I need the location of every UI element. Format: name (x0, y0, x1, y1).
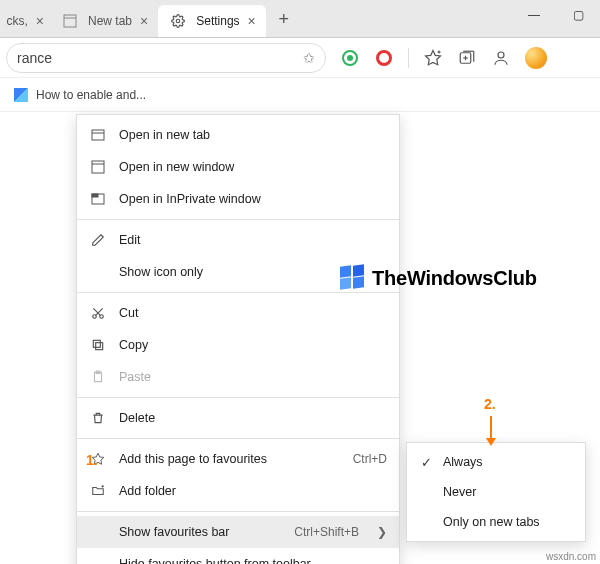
paste-icon (89, 370, 107, 384)
separator (77, 511, 399, 512)
context-menu: Open in new tab Open in new window Open … (76, 114, 400, 564)
submenu-always[interactable]: ✓ Always (407, 447, 585, 477)
bookmark-icon (14, 88, 28, 102)
svg-marker-3 (426, 50, 441, 64)
favorite-star-icon[interactable]: ✩ (303, 50, 315, 66)
minimize-button[interactable]: — (512, 0, 556, 30)
svg-point-2 (176, 19, 180, 23)
menu-copy[interactable]: Copy (77, 329, 399, 361)
menu-open-new-tab[interactable]: Open in new tab (77, 119, 399, 151)
close-icon[interactable]: × (140, 13, 148, 29)
submenu-show-favourites-bar: ✓ Always Never Only on new tabs (406, 442, 586, 542)
bookmark-item[interactable]: How to enable and... (36, 88, 146, 102)
titlebar: cks, × New tab × Settings × + — ▢ (0, 0, 600, 38)
new-tab-button[interactable]: + (270, 5, 298, 33)
menu-label: Cut (119, 306, 387, 320)
menu-cut[interactable]: Cut (77, 297, 399, 329)
cut-icon (89, 306, 107, 320)
submenu-never[interactable]: Never (407, 477, 585, 507)
delete-icon (89, 411, 107, 425)
profile-icon[interactable] (491, 48, 511, 68)
menu-label: Open in new tab (119, 128, 387, 142)
favourites-bar: How to enable and... (0, 78, 600, 112)
submenu-label: Never (443, 485, 476, 499)
submenu-only-new-tabs[interactable]: Only on new tabs (407, 507, 585, 537)
tab-label: cks, (6, 14, 27, 28)
svg-point-11 (498, 52, 504, 58)
watermark-logo: TheWindowsClub (340, 266, 537, 290)
separator (77, 438, 399, 439)
menu-delete[interactable]: Delete (77, 402, 399, 434)
source-watermark: wsxdn.com (546, 551, 596, 562)
menu-label: Show favourites bar (119, 525, 282, 539)
svg-rect-14 (92, 161, 104, 173)
separator (77, 219, 399, 220)
collections-icon[interactable] (457, 48, 477, 68)
favorites-icon[interactable] (423, 48, 443, 68)
toolbar: rance ✩ (0, 38, 600, 78)
chevron-right-icon: ❯ (377, 525, 387, 539)
menu-label: Copy (119, 338, 387, 352)
separator (77, 292, 399, 293)
gear-icon (168, 11, 188, 31)
window-controls: — ▢ (512, 0, 600, 37)
menu-show-favourites-bar[interactable]: Show favourites bar Ctrl+Shift+B ❯ (77, 516, 399, 548)
menu-label: Hide favourites button from toolbar (119, 557, 387, 564)
maximize-button[interactable]: ▢ (556, 0, 600, 30)
tab-new-tab[interactable]: New tab × (50, 5, 158, 37)
menu-edit[interactable]: Edit (77, 224, 399, 256)
separator (408, 48, 409, 68)
annotation-arrow (490, 416, 492, 444)
menu-label: Paste (119, 370, 387, 384)
separator (77, 397, 399, 398)
menu-label: Delete (119, 411, 387, 425)
page-icon (60, 11, 80, 31)
menu-open-inprivate[interactable]: Open in InPrivate window (77, 183, 399, 215)
windows-logo-icon (340, 266, 364, 290)
close-icon[interactable]: × (248, 13, 256, 29)
tab-truncated[interactable]: cks, × (0, 5, 50, 37)
toolbar-icons (340, 47, 547, 69)
menu-hide-favourites-button[interactable]: Hide favourites button from toolbar (77, 548, 399, 564)
submenu-label: Always (443, 455, 483, 469)
tab-label: New tab (88, 14, 132, 28)
address-bar[interactable]: rance ✩ (6, 43, 326, 73)
menu-paste: Paste (77, 361, 399, 393)
tab-settings[interactable]: Settings × (158, 5, 266, 37)
watermark-text: TheWindowsClub (372, 267, 537, 290)
menu-open-new-window[interactable]: Open in new window (77, 151, 399, 183)
menu-label: Add folder (119, 484, 387, 498)
new-window-icon (89, 160, 107, 174)
menu-label: Edit (119, 233, 387, 247)
menu-label: Open in InPrivate window (119, 192, 387, 206)
copy-icon (89, 338, 107, 352)
svg-rect-23 (93, 340, 100, 347)
svg-rect-22 (96, 343, 103, 350)
grammarly-icon[interactable] (340, 48, 360, 68)
avatar[interactable] (525, 47, 547, 69)
submenu-label: Only on new tabs (443, 515, 540, 529)
tab-label: Settings (196, 14, 239, 28)
menu-accelerator: Ctrl+Shift+B (294, 525, 359, 539)
opera-icon[interactable] (374, 48, 394, 68)
edit-icon (89, 233, 107, 247)
menu-add-folder[interactable]: Add folder (77, 475, 399, 507)
check-icon: ✓ (419, 455, 433, 470)
menu-label: Open in new window (119, 160, 387, 174)
svg-rect-12 (92, 130, 104, 140)
close-icon[interactable]: × (36, 13, 44, 29)
annotation-step-1: 1. (86, 452, 98, 468)
annotation-step-2: 2. (484, 396, 496, 412)
tab-strip: cks, × New tab × Settings × + (0, 0, 512, 37)
menu-accelerator: Ctrl+D (353, 452, 387, 466)
address-text: rance (17, 50, 52, 66)
folder-plus-icon (89, 484, 107, 498)
inprivate-icon (89, 192, 107, 206)
new-tab-icon (89, 128, 107, 142)
svg-rect-0 (64, 15, 76, 27)
menu-label: Add this page to favourites (119, 452, 341, 466)
svg-rect-17 (92, 194, 98, 197)
menu-add-page-to-favourites[interactable]: Add this page to favourites Ctrl+D (77, 443, 399, 475)
